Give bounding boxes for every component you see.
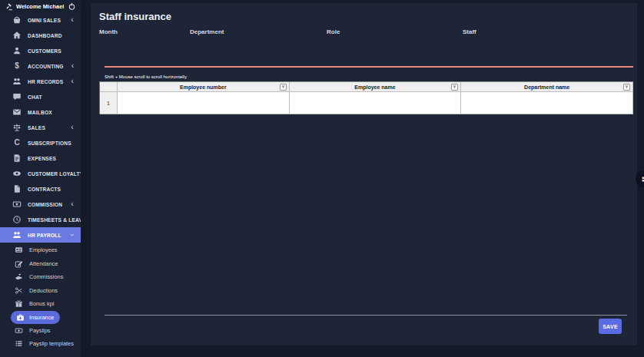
sidebar-item-expenses[interactable]: EXPENSES [0,150,81,166]
sidebar-item-hr-payroll[interactable]: HR PAYROLL‹ [0,227,81,243]
commission-icon [12,200,22,209]
sidebar-subitem-label: Employees [29,246,58,253]
template-icon [15,339,23,348]
filter-staff: Staff [463,28,588,38]
sidebar-submenu: EmployeesAttendanceCommissionsDeductions… [0,243,81,351]
accent-divider [105,66,633,68]
loyalty-icon [12,169,22,178]
content-panel: Staff insurance MonthDepartmentRoleStaff… [91,3,637,345]
column-header-label: Department name [524,84,569,90]
gift-icon [15,299,23,308]
sidebar-item-contracts[interactable]: CONTRACTS [0,181,81,197]
sidebar-item-label: CONTRACTS [28,187,75,192]
sidebar-subitem-deductions[interactable]: Deductions [0,284,81,298]
home-icon [12,31,22,40]
team-icon [12,77,22,86]
chevron-left-icon: ‹ [69,78,75,85]
scissors-icon [15,286,23,295]
chevron-left-icon: ‹ [69,200,75,208]
scroll-hint: Shift + Mouse scroll to scroll horizonta… [105,74,187,79]
payroll-icon [12,230,22,240]
subscription-icon: C [12,138,22,147]
filter-label: Month [99,28,178,35]
column-header-label: Employee number [180,84,227,90]
insurance-table: Employee numberEmployee nameDepartment n… [99,81,633,114]
scales-icon [12,123,22,132]
sidebar-item-dashboard[interactable]: DASHBOARD [0,28,81,43]
sidebar-item-label: CHAT [28,94,75,100]
sidebar-subitem-label: Attendance [29,260,58,267]
edit-icon [15,259,23,268]
sidebar-item-label: TIMESHEETS & LEAVE [28,217,81,223]
filter-month: Month [99,28,178,38]
hand-icon [15,273,23,281]
bottom-divider [105,315,627,316]
sidebar-item-label: CUSTOMER LOYALTY [28,171,81,177]
sidebar-subitem-bonus-kpi[interactable]: Bonus kpi [0,297,81,311]
power-icon[interactable] [68,2,76,11]
sidebar-menu: OMNI SALES‹DASHBOARDCUSTOMERS$ACCOUNTING… [0,12,81,243]
sidebar-item-subscriptions[interactable]: CSUBSCRIPTIONS [0,135,81,150]
sidebar-item-timesheets-leave[interactable]: TIMESHEETS & LEAVE‹ [0,212,81,227]
sidebar-subitem-label: Commissions [29,273,63,280]
welcome-text: Welcome Michael [16,3,65,10]
table-cell[interactable] [290,92,462,114]
chevron-left-icon: ‹ [69,124,75,131]
column-header-employee-name[interactable]: Employee name [290,82,462,92]
sidebar-item-accounting[interactable]: $ACCOUNTING‹ [0,58,81,74]
table-corner-cell [100,82,118,92]
sidebar-item-label: MAILBOX [28,110,75,115]
sidebar-item-omni-sales[interactable]: OMNI SALES‹ [0,12,81,28]
sidebar-item-commission[interactable]: COMMISSION‹ [0,197,81,212]
row-number-cell[interactable]: 1 [100,92,118,114]
sidebar-subitem-label: Bonus kpi [29,300,54,307]
page-title: Staff insurance [99,11,171,22]
sidebar-item-sales[interactable]: SALES‹ [0,120,81,135]
filter-icon[interactable] [451,84,458,91]
filter-label: Department [190,28,315,35]
sidebar-subitem-insurance[interactable]: Insurance [11,311,60,324]
column-header-employee-number[interactable]: Employee number [118,82,290,92]
timesheet-icon [12,215,22,224]
filter-department: Department [190,28,315,38]
save-button[interactable]: SAVE [599,319,622,334]
sidebar-item-label: HR RECORDS [28,79,63,84]
sidebar-item-hr-records[interactable]: HR RECORDS‹ [0,74,81,89]
column-header-label: Employee name [354,84,395,90]
filter-icon[interactable] [280,84,287,91]
table-cell[interactable] [118,92,290,114]
sidebar-item-mailbox[interactable]: MAILBOX [0,104,81,120]
sidebar-item-customers[interactable]: CUSTOMERS [0,43,81,58]
column-header-department-name[interactable]: Department name [461,82,633,92]
sidebar-item-label: SUBSCRIPTIONS [28,140,75,146]
gavel-icon [5,2,13,11]
filter-icon[interactable] [623,84,630,91]
table-cell[interactable] [461,92,633,114]
sidebar-subitem-label: Insurance [29,314,54,321]
sidebar-item-label: DASHBOARD [28,33,75,38]
expense-doc-icon [12,154,22,163]
sidebar-subitem-label: Payslips [29,327,51,334]
chevron-down-icon: ‹ [68,232,76,238]
mailbox-icon [12,107,22,117]
sidebar-subitem-label: Payslip templates [29,340,74,347]
medkit-icon [16,313,25,322]
banknote-icon [15,326,23,335]
sidebar-subitem-label: Deductions [29,287,58,294]
sidebar-item-label: CUSTOMERS [28,48,75,54]
shop-basket-icon [12,15,22,25]
sidebar-item-customer-loyalty[interactable]: CUSTOMER LOYALTY‹ [0,166,81,181]
sidebar-subitem-payslip-templates[interactable]: Payslip templates [0,337,81,351]
app-screen: Welcome Michael OMNI SALES‹DASHBOARDCUST… [0,0,644,357]
sidebar-subitem-payslips[interactable]: Payslips [0,324,81,338]
sidebar-item-chat[interactable]: CHAT [0,89,81,104]
sidebar-subitem-attendance[interactable]: Attendance [0,257,81,271]
sidebar-subitem-employees[interactable]: Employees [0,243,81,257]
sidebar: Welcome Michael OMNI SALES‹DASHBOARDCUST… [0,0,81,357]
contract-icon [12,184,22,193]
filter-role: Role [327,28,451,38]
chevron-left-icon: ‹ [69,16,75,24]
sidebar-subitem-commissions[interactable]: Commissions [0,270,81,284]
filter-label: Role [327,28,451,35]
sidebar-item-label: ACCOUNTING [28,64,64,69]
